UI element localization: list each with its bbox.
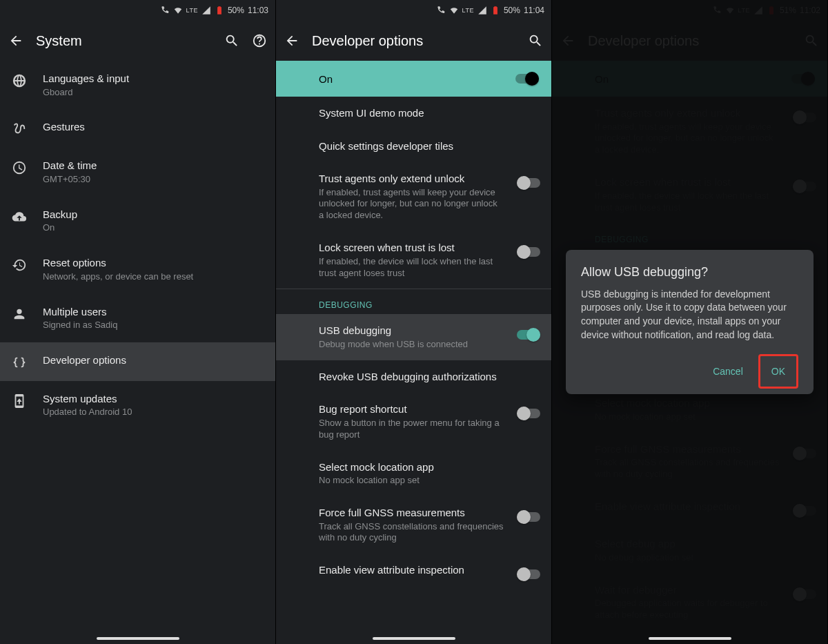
battery-percent: 50% — [228, 6, 244, 15]
screen-system: LTE 50% 11:03 System Languages & inputGb… — [0, 0, 276, 644]
row-reset[interactable]: Reset optionsNetwork, apps, or device ca… — [0, 245, 275, 293]
usb-debugging-dialog: Allow USB debugging? USB debugging is in… — [566, 250, 814, 394]
title-bar: Developer options — [276, 21, 551, 61]
row-backup[interactable]: BackupOn — [0, 197, 275, 245]
globe-icon — [11, 72, 28, 88]
gesture-icon — [11, 120, 28, 137]
title-bar: System — [0, 21, 275, 61]
master-toggle-banner[interactable]: On — [276, 61, 551, 97]
master-toggle-switch[interactable] — [515, 72, 539, 86]
battery-percent: 50% — [504, 6, 520, 15]
row-usb-debugging[interactable]: USB debuggingDebug mode when USB is conn… — [276, 314, 551, 360]
row-trust-agents[interactable]: Trust agents only extend unlockIf enable… — [276, 162, 551, 231]
screen-usb-dialog: LTE 51% 11:02 Developer options On Trust… — [552, 0, 828, 644]
signal-icon — [477, 6, 487, 15]
row-multiple-users[interactable]: Multiple usersSigned in as Sadiq — [0, 294, 275, 342]
lock-screen-switch[interactable] — [517, 245, 540, 259]
ok-button[interactable]: OK — [762, 359, 795, 384]
ok-highlight-box: OK — [758, 354, 798, 389]
back-icon[interactable] — [8, 33, 23, 48]
phone-icon — [436, 6, 446, 15]
view-attr-switch[interactable] — [517, 567, 540, 581]
lte-label: LTE — [186, 7, 198, 14]
dialog-title: Allow USB debugging? — [581, 265, 798, 280]
search-icon[interactable] — [224, 33, 239, 48]
signal-icon — [201, 6, 211, 15]
row-languages[interactable]: Languages & inputGboard — [0, 61, 275, 109]
dialog-body: USB debugging is intended for developmen… — [581, 288, 798, 342]
phone-icon — [160, 6, 170, 15]
row-developer-options[interactable]: Developer options — [0, 342, 275, 381]
row-system-ui-demo[interactable]: System UI demo mode — [276, 97, 551, 130]
help-icon[interactable] — [252, 33, 267, 48]
row-lock-screen-trust[interactable]: Lock screen when trust is lostIf enabled… — [276, 231, 551, 289]
row-mock-location[interactable]: Select mock location appNo mock location… — [276, 451, 551, 496]
battery-icon — [215, 6, 224, 15]
row-view-attr[interactable]: Enable view attribute inspection — [276, 554, 551, 591]
back-icon[interactable] — [284, 33, 299, 48]
cancel-button[interactable]: Cancel — [703, 354, 753, 389]
gnss-switch[interactable] — [517, 510, 540, 524]
braces-icon — [11, 353, 28, 370]
row-gnss[interactable]: Force full GNSS measurementsTrack all GN… — [276, 496, 551, 554]
status-bar: LTE 50% 11:04 — [276, 0, 551, 21]
screen-developer-options: LTE 50% 11:04 Developer options On Syste… — [276, 0, 552, 644]
row-quick-settings-tiles[interactable]: Quick settings developer tiles — [276, 130, 551, 163]
nav-handle[interactable] — [97, 637, 179, 640]
row-gestures[interactable]: Gestures — [0, 109, 275, 148]
wifi-icon — [449, 6, 459, 15]
row-bug-report[interactable]: Bug report shortcutShow a button in the … — [276, 393, 551, 450]
bug-report-switch[interactable] — [517, 407, 540, 420]
status-bar: LTE 50% 11:03 — [0, 0, 275, 21]
system-update-icon — [11, 392, 28, 409]
wifi-icon — [173, 6, 183, 15]
usb-debugging-switch[interactable] — [517, 328, 540, 342]
dialog-overlay: Allow USB debugging? USB debugging is in… — [552, 0, 827, 644]
battery-icon — [491, 6, 500, 15]
row-system-updates[interactable]: System updatesUpdated to Android 10 — [0, 381, 275, 429]
clock: 11:04 — [524, 6, 544, 15]
master-toggle-label: On — [319, 73, 333, 85]
row-date-time[interactable]: Date & timeGMT+05:30 — [0, 148, 275, 196]
trust-agents-switch[interactable] — [517, 176, 540, 190]
row-revoke-usb[interactable]: Revoke USB debugging authorizations — [276, 360, 551, 393]
lte-label: LTE — [462, 7, 474, 14]
search-icon[interactable] — [528, 33, 543, 48]
clock: 11:03 — [248, 6, 268, 15]
cloud-upload-icon — [11, 208, 28, 224]
section-debugging: DEBUGGING — [276, 289, 551, 314]
person-icon — [11, 305, 28, 322]
page-title: System — [36, 33, 82, 49]
restore-icon — [11, 256, 28, 273]
nav-handle[interactable] — [373, 637, 455, 640]
nav-handle[interactable] — [649, 637, 731, 640]
clock-icon — [11, 159, 28, 175]
page-title: Developer options — [312, 33, 423, 49]
